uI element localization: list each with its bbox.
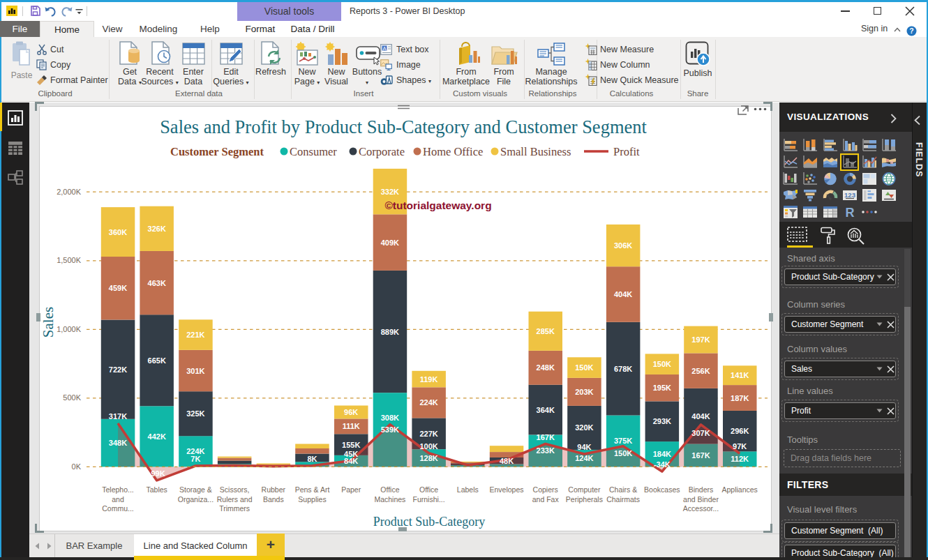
svg-text:317K: 317K [109, 412, 127, 421]
svg-text:889K: 889K [381, 328, 399, 336]
svg-text:Home Office: Home Office [423, 145, 483, 158]
svg-text:Storage &: Storage & [179, 485, 212, 494]
svg-text:Labels: Labels [457, 485, 479, 494]
svg-text:and: and [112, 495, 124, 504]
svg-text:48K: 48K [500, 457, 514, 465]
svg-text:111K: 111K [343, 422, 360, 430]
svg-text:Office: Office [419, 485, 438, 494]
svg-text:326K: 326K [148, 225, 166, 233]
svg-text:248K: 248K [537, 363, 555, 372]
svg-text:Sales and Profit by Product Su: Sales and Profit by Product Sub-Category… [160, 116, 647, 137]
svg-text:Product Sub-Category: Product Sub-Category [373, 515, 485, 529]
svg-text:187K: 187K [731, 394, 749, 402]
svg-text:301K: 301K [186, 367, 204, 375]
svg-text:0K: 0K [72, 462, 82, 471]
svg-text:Chairmats: Chairmats [606, 495, 640, 504]
svg-text:141K: 141K [731, 371, 749, 379]
svg-text:128K: 128K [419, 454, 437, 462]
svg-text:197K: 197K [691, 335, 710, 344]
svg-text:Rulers and: Rulers and [217, 495, 253, 504]
svg-text:409K: 409K [381, 239, 399, 247]
svg-text:7K: 7K [190, 455, 200, 463]
svg-text:184K: 184K [653, 450, 671, 458]
svg-text:Pens & Art: Pens & Art [295, 485, 330, 494]
svg-text:Binders: Binders [689, 485, 714, 494]
svg-text:Consumer: Consumer [290, 145, 337, 158]
svg-text:1,000K: 1,000K [57, 325, 82, 333]
svg-text:2,000K: 2,000K [57, 188, 82, 196]
svg-text:459K: 459K [109, 284, 127, 292]
svg-text:Small Business: Small Business [500, 145, 571, 158]
svg-text:167K: 167K [537, 433, 555, 441]
svg-text:539K: 539K [381, 425, 399, 434]
svg-text:Chairs &: Chairs & [609, 485, 637, 494]
svg-text:167K: 167K [691, 451, 710, 460]
svg-text:Tables: Tables [147, 485, 167, 494]
svg-text:Customer Segment: Customer Segment [170, 145, 264, 158]
svg-text:308K: 308K [381, 414, 399, 422]
svg-text:293K: 293K [653, 417, 671, 425]
svg-text:and Fax: and Fax [532, 495, 560, 504]
svg-text:Computer: Computer [568, 485, 601, 494]
svg-text:285K: 285K [537, 327, 555, 335]
svg-text:332K: 332K [381, 188, 399, 196]
svg-text:296K: 296K [731, 427, 749, 435]
svg-text:404K: 404K [614, 290, 632, 298]
svg-text:-99K: -99K [149, 469, 165, 478]
svg-text:8K: 8K [307, 455, 317, 463]
svg-text:Profit: Profit [613, 145, 640, 158]
svg-text:195K: 195K [653, 384, 671, 392]
svg-text:307K: 307K [691, 429, 710, 437]
svg-text:500K: 500K [63, 393, 81, 402]
svg-text:Envelopes: Envelopes [489, 485, 523, 494]
svg-text:96K: 96K [344, 408, 358, 416]
svg-text:97K: 97K [733, 442, 747, 451]
svg-text:203K: 203K [575, 388, 593, 396]
svg-text:Appliances: Appliances [722, 485, 758, 494]
svg-text:150K: 150K [653, 360, 671, 368]
svg-text:404K: 404K [691, 412, 710, 421]
svg-text:©tutorialgateway.org: ©tutorialgateway.org [384, 199, 491, 211]
svg-text:R: R [846, 206, 855, 220]
svg-text:119K: 119K [420, 375, 438, 384]
svg-text:256K: 256K [691, 367, 710, 375]
svg-text:Sales: Sales [40, 307, 57, 338]
svg-text:Supplies: Supplies [298, 495, 326, 504]
svg-text:325K: 325K [186, 409, 204, 418]
svg-text:Machines: Machines [374, 495, 405, 504]
svg-text:84K: 84K [344, 457, 358, 465]
svg-text:Commu...: Commu... [102, 504, 134, 513]
svg-text:150K: 150K [614, 449, 632, 457]
svg-text:Peripherals: Peripherals [566, 495, 603, 504]
svg-text:Corporate: Corporate [359, 145, 405, 158]
svg-text:442K: 442K [148, 432, 166, 441]
svg-text:Accessor...: Accessor... [683, 504, 719, 513]
svg-text:100K: 100K [419, 442, 437, 451]
svg-text:124K: 124K [575, 454, 593, 462]
svg-text:94K: 94K [577, 443, 591, 451]
svg-text:Telepho...: Telepho... [102, 485, 134, 494]
svg-text:Furnishi...: Furnishi... [413, 495, 445, 504]
svg-text:123: 123 [844, 191, 855, 199]
svg-text:150K: 150K [575, 363, 593, 372]
svg-text:360K: 360K [109, 228, 127, 236]
svg-text:-34K: -34K [654, 460, 671, 469]
svg-text:224K: 224K [419, 398, 437, 407]
svg-text:112K: 112K [731, 455, 749, 463]
svg-text:221K: 221K [186, 331, 204, 339]
svg-text:1,500K: 1,500K [57, 256, 82, 264]
svg-text:Scissors,: Scissors, [220, 485, 250, 494]
svg-text:Office: Office [380, 485, 399, 494]
svg-text:306K: 306K [614, 241, 632, 250]
svg-text:Bookcases: Bookcases [644, 485, 680, 494]
svg-text:Organiza...: Organiza... [178, 495, 214, 504]
svg-text:Copiers: Copiers [533, 485, 558, 494]
svg-text:665K: 665K [148, 356, 166, 365]
svg-text:678K: 678K [614, 365, 632, 373]
svg-text:?: ? [909, 27, 913, 35]
svg-text:155K: 155K [342, 441, 360, 449]
svg-text:Trimmers: Trimmers [219, 504, 250, 513]
svg-text:45K: 45K [344, 450, 358, 458]
svg-text:and Binder: and Binder [683, 495, 719, 504]
svg-text:463K: 463K [148, 279, 166, 287]
